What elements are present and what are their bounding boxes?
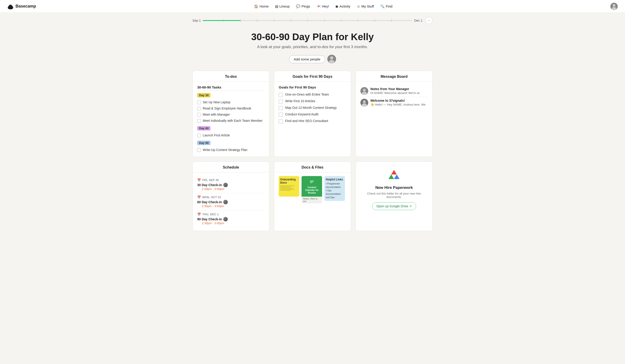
list-item: 📅 FRI, SEP 30 30 Day Check-in 2:30pm - 3… — [197, 176, 265, 193]
hero-actions: Add some people — [192, 55, 433, 63]
goals-card-header: Goals for First 90 Days — [274, 71, 351, 82]
tick — [240, 19, 241, 22]
logo-text: Basecamp — [16, 4, 36, 9]
message-content[interactable]: Welcome to 37signals! 👋 Hello! — Hey NAM… — [371, 99, 426, 107]
timeline-track — [203, 20, 412, 21]
nav-home[interactable]: 🏠 Home — [251, 3, 271, 10]
goal-checkbox[interactable] — [279, 106, 283, 110]
message-title: Welcome to 37signals! — [371, 99, 426, 102]
list-item: One-on-Ones with Entire Team — [279, 91, 346, 98]
tick — [308, 19, 308, 22]
day90-label: Day 90 — [197, 141, 211, 145]
schedule-event[interactable]: 30 Day Check-in — [197, 183, 265, 187]
todo-checkbox[interactable] — [197, 113, 201, 116]
list-item: Launch First Article — [197, 132, 265, 139]
goals-section-title: Goals for First 90 Days — [279, 85, 346, 89]
tick — [257, 19, 257, 22]
docs-card-header: Docs & Files — [274, 162, 351, 172]
schedule-date: 📅 FRI, SEP 30 — [197, 178, 265, 182]
doc-title: Helpful Links — [326, 178, 344, 181]
nav-activity[interactable]: ◉ Activity — [333, 3, 353, 10]
svg-rect-16 — [310, 182, 312, 183]
schedule-event[interactable]: 90 Day Check-in — [197, 217, 265, 222]
goals-card: Goals for First 90 Days Goals for First … — [274, 71, 351, 157]
nav-pings[interactable]: 💬 Pings — [293, 3, 313, 10]
list-item: Map Out 12-Month Content Strategy — [279, 105, 346, 111]
schedule-event[interactable]: 60 Day Check-in — [197, 200, 265, 204]
messages-card: Message Board Notes from Your Manager Hi… — [356, 71, 433, 157]
list-item: Conduct Keyword Audit — [279, 111, 346, 118]
todo-checkbox[interactable] — [197, 107, 201, 110]
doc-lines — [280, 185, 298, 191]
schedule-time: 2:30pm - 3:00pm — [202, 204, 265, 208]
nav-find[interactable]: 🔍 Find — [377, 3, 395, 10]
tick — [223, 19, 224, 22]
nav-mystuff[interactable]: ☺ My Stuff — [354, 3, 377, 10]
todo-checkbox[interactable] — [197, 148, 201, 152]
tick — [391, 19, 392, 22]
google-sheets-icon — [309, 179, 315, 185]
doc-helpful-links[interactable]: Helpful Links • Programmer documentation… — [324, 176, 345, 201]
mystuff-icon: ☺ — [357, 4, 360, 8]
tick — [341, 19, 341, 22]
doc-title: Onboarding Docs — [280, 178, 298, 185]
add-people-button[interactable]: Add some people — [289, 55, 325, 63]
lineup-icon: ▤ — [275, 4, 278, 8]
basecamp-logo-icon — [7, 3, 14, 10]
message-author-avatar — [360, 99, 368, 107]
list-item: 📅 THU, DEC 1 90 Day Check-in 2:30pm - 3:… — [197, 210, 265, 227]
hey-icon: 💌 — [317, 4, 321, 8]
svg-point-5 — [330, 56, 333, 59]
google-drive-icon — [387, 167, 401, 182]
list-item: Meet with Manager — [197, 112, 265, 118]
docs-grid: Onboarding Docs — [279, 176, 346, 203]
list-item: 📅 MON, OCT 31 60 Day Check-in 2:30pm - 3… — [197, 193, 265, 210]
calendar-icon: 📅 — [197, 196, 201, 199]
gdrive-title: New Hire Paperwork — [375, 185, 413, 190]
todo-checkbox[interactable] — [197, 119, 201, 123]
open-google-drive-button[interactable]: Open up Google Drive ↗ — [372, 202, 416, 210]
gdrive-description: Check out this folder for all your new h… — [360, 192, 428, 199]
schedule-card-header: Schedule — [193, 162, 269, 172]
goal-checkbox[interactable] — [279, 99, 283, 104]
doc-onboarding[interactable]: Onboarding Docs — [279, 176, 299, 196]
top-row: To-dos 30-60-90 Tasks Day 30 Set Up New … — [192, 71, 433, 157]
doc-title: Content Calendar for Review — [303, 186, 321, 194]
day30-items: Set Up New Laptop Read & Sign Employee H… — [197, 99, 265, 124]
message-preview: 👋 Hello! — Hey NAME, Andrea here. We — [371, 103, 426, 106]
tick — [274, 19, 274, 22]
user-avatar[interactable] — [610, 3, 618, 10]
timeline-progress — [203, 20, 240, 21]
message-content[interactable]: Notes from Your Manager Hi NAME! Welcome… — [371, 87, 420, 95]
member-avatar-svg — [327, 55, 336, 63]
nav-lineup[interactable]: ▤ Lineup — [272, 3, 292, 10]
list-item: Read & Sign Employee Handbook — [197, 105, 265, 112]
todo-checkbox[interactable] — [197, 134, 201, 137]
bottom-row: Schedule 📅 FRI, SEP 30 30 Day Check-in 2… — [192, 162, 433, 231]
timeline-start: Sep 1 — [192, 19, 201, 22]
todo-checkbox[interactable] — [197, 101, 201, 104]
page-title: 30-60-90 Day Plan for Kelly — [192, 31, 433, 42]
list-item: Set Up New Laptop — [197, 99, 265, 105]
svg-point-9 — [362, 92, 367, 95]
docs-card-body: Onboarding Docs — [274, 172, 351, 207]
project-member-avatar[interactable] — [327, 55, 336, 63]
message-author-avatar — [360, 87, 368, 95]
pings-icon: 💬 — [296, 4, 300, 8]
doc-content-calendar[interactable]: Content Calendar for Review Notes: Here … — [302, 176, 322, 203]
nav-hey[interactable]: 💌 Hey! — [314, 3, 332, 10]
svg-marker-20 — [394, 174, 400, 179]
activity-icon: ◉ — [335, 4, 338, 8]
list-item: Meet Individually with Each Team Member — [197, 118, 265, 124]
svg-marker-22 — [391, 170, 397, 174]
goal-checkbox[interactable] — [279, 93, 283, 97]
hero-section: 30-60-90 Day Plan for Kelly A look at yo… — [192, 26, 433, 71]
more-options-button[interactable]: ··· — [425, 17, 433, 24]
todos-card: To-dos 30-60-90 Tasks Day 30 Set Up New … — [192, 71, 269, 157]
goal-checkbox[interactable] — [279, 113, 283, 117]
message-preview: Hi NAME! Welcome aboard! We're so — [371, 91, 420, 95]
logo[interactable]: Basecamp — [7, 3, 36, 10]
list-item: Notes from Your Manager Hi NAME! Welcome… — [360, 85, 428, 97]
gdrive-card: New Hire Paperwork Check out this folder… — [356, 162, 433, 231]
goal-checkbox[interactable] — [279, 119, 283, 123]
